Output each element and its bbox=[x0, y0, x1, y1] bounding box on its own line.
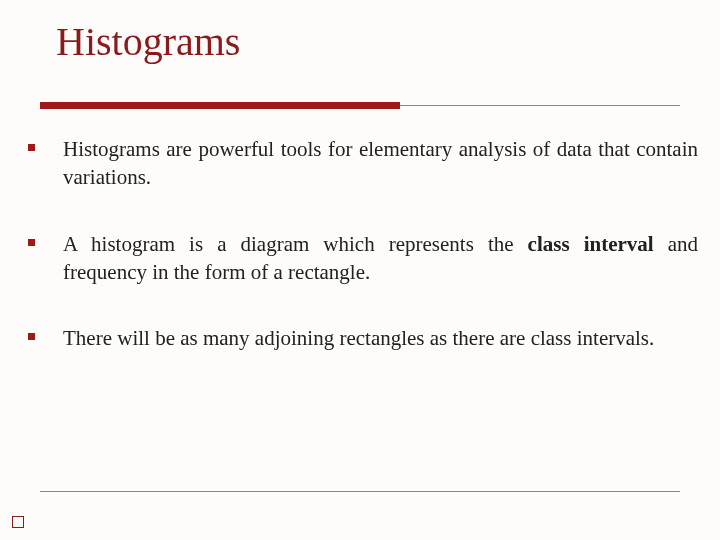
slide-title: Histograms bbox=[0, 0, 720, 65]
underline-thin bbox=[400, 105, 680, 106]
bullet-marker bbox=[28, 333, 35, 340]
bullet-marker bbox=[28, 239, 35, 246]
corner-box-icon bbox=[12, 516, 24, 528]
underline-thick bbox=[40, 102, 400, 109]
bullet-text: A histogram is a diagram which represent… bbox=[63, 230, 698, 287]
bullet-item: A histogram is a diagram which represent… bbox=[28, 230, 698, 287]
bullet-marker bbox=[28, 144, 35, 151]
bottom-divider bbox=[40, 491, 680, 492]
bullet-item: Histograms are powerful tools for elemen… bbox=[28, 135, 698, 192]
content-area: Histograms are powerful tools for elemen… bbox=[28, 135, 698, 391]
title-underline bbox=[40, 102, 680, 112]
bullet-text: Histograms are powerful tools for elemen… bbox=[63, 135, 698, 192]
bullet-item: There will be as many adjoining rectangl… bbox=[28, 324, 698, 352]
bullet-text: There will be as many adjoining rectangl… bbox=[63, 324, 698, 352]
